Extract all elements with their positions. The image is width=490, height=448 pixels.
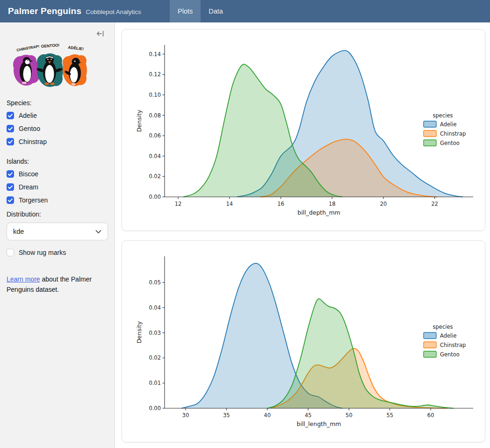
- species-label: Gentoo: [19, 125, 40, 132]
- y-tick-label: 0.04: [149, 153, 161, 159]
- legend-label-chinstrap: Chinstrap: [440, 342, 466, 348]
- chinstrap-art-label: CHINSTRAP!: [16, 44, 40, 52]
- sidebar-footer-text: Learn more about the Palmer Penguins dat…: [7, 274, 107, 295]
- x-tick-label: 12: [175, 201, 182, 207]
- x-tick-label: 35: [223, 412, 230, 419]
- x-tick-label: 60: [427, 412, 434, 419]
- legend-swatch-adelie: [424, 121, 436, 127]
- legend-swatch-adelie: [424, 332, 436, 339]
- legend-label-adelie: Adelie: [440, 121, 457, 128]
- sidebar-collapse-icon[interactable]: [96, 29, 105, 38]
- islands-checkbox-dream[interactable]: [7, 183, 14, 191]
- islands-checkbox-torgersen[interactable]: [7, 196, 14, 204]
- x-tick-label: 16: [277, 201, 284, 207]
- app-subtitle: Cobblepot Analytics: [86, 8, 141, 15]
- species-checkbox-gentoo[interactable]: [7, 125, 14, 132]
- legend-label-chinstrap: Chinstrap: [440, 130, 466, 137]
- bill-length-kde-chart: 303540455055600.000.010.020.030.040.05bi…: [122, 241, 485, 442]
- islands-row-dream[interactable]: Dream: [7, 183, 108, 191]
- y-tick-label: 0.02: [149, 354, 161, 361]
- tab-data[interactable]: Data: [201, 0, 231, 22]
- y-tick-label: 0.04: [149, 304, 161, 311]
- penguin-artwork: CHINSTRAP! GENTOO! ADÉLIE!: [7, 41, 108, 93]
- rug-checkbox-row[interactable]: Show rug marks: [7, 249, 108, 256]
- main-content: 1214161820220.000.020.040.060.080.100.12…: [115, 22, 490, 448]
- chevron-down-icon: [95, 228, 101, 235]
- x-tick-label: 45: [305, 412, 312, 419]
- y-tick-label: 0.00: [149, 194, 161, 200]
- species-checkbox-group: AdelieGentooChinstrap: [7, 112, 108, 145]
- x-tick-label: 22: [431, 201, 438, 207]
- y-tick-label: 0.05: [149, 279, 161, 286]
- legend-swatch-gentoo: [424, 351, 436, 357]
- islands-group-label: Islands:: [7, 158, 108, 165]
- distribution-select-value: kde: [13, 228, 24, 235]
- bill-depth-card: 1214161820220.000.020.040.060.080.100.12…: [122, 29, 485, 231]
- x-tick-label: 30: [182, 412, 189, 419]
- sidebar: CHINSTRAP! GENTOO! ADÉLIE! Species: Adel…: [0, 22, 115, 448]
- y-axis-label: Density: [136, 109, 143, 132]
- species-row-chinstrap[interactable]: Chinstrap: [7, 138, 108, 145]
- islands-checkbox-biscoe[interactable]: [7, 170, 14, 178]
- species-checkbox-adelie[interactable]: [7, 112, 14, 119]
- islands-label: Dream: [19, 183, 38, 191]
- y-axis-label: Density: [136, 321, 143, 343]
- y-tick-label: 0.14: [149, 51, 161, 58]
- y-tick-label: 0.00: [149, 405, 161, 412]
- learn-more-link[interactable]: Learn more: [7, 275, 40, 283]
- x-tick-label: 40: [264, 412, 271, 419]
- y-tick-label: 0.02: [149, 173, 161, 180]
- islands-checkbox-group: BiscoeDreamTorgersen: [7, 170, 108, 204]
- legend-title: species: [433, 324, 453, 330]
- species-row-gentoo[interactable]: Gentoo: [7, 125, 108, 132]
- islands-row-biscoe[interactable]: Biscoe: [7, 170, 108, 178]
- x-tick-label: 20: [380, 201, 387, 207]
- legend-label-adelie: Adelie: [440, 332, 457, 339]
- tab-plots[interactable]: Plots: [170, 0, 201, 22]
- rug-checkbox-label: Show rug marks: [19, 249, 66, 256]
- y-tick-label: 0.10: [149, 92, 161, 98]
- y-tick-label: 0.06: [149, 132, 161, 139]
- legend-swatch-gentoo: [424, 140, 436, 146]
- islands-label: Biscoe: [19, 170, 38, 178]
- bill-depth-kde-chart: 1214161820220.000.020.040.060.080.100.12…: [122, 29, 485, 231]
- islands-label: Torgersen: [19, 196, 48, 204]
- legend-title: species: [433, 112, 453, 119]
- species-row-adelie[interactable]: Adelie: [7, 112, 108, 119]
- adelie-art-label: ADÉLIE!: [68, 45, 84, 51]
- gentoo-art-label: GENTOO!: [41, 43, 59, 49]
- app-title: Palmer Penguins: [8, 6, 81, 16]
- distribution-select[interactable]: kde: [7, 223, 108, 240]
- legend-swatch-chinstrap: [424, 130, 436, 137]
- bill-length-card: 303540455055600.000.010.020.030.040.05bi…: [122, 240, 485, 442]
- y-tick-label: 0.08: [149, 112, 161, 119]
- species-label: Adelie: [19, 112, 37, 119]
- legend-label-gentoo: Gentoo: [440, 351, 460, 358]
- x-tick-label: 50: [346, 412, 353, 419]
- y-tick-label: 0.01: [149, 380, 161, 386]
- species-group-label: Species:: [7, 99, 108, 107]
- x-axis-label: bill_depth_mm: [297, 209, 340, 216]
- species-checkbox-chinstrap[interactable]: [7, 138, 14, 145]
- navbar: Palmer Penguins Cobblepot Analytics Plot…: [0, 0, 490, 22]
- x-tick-label: 55: [386, 412, 393, 419]
- legend-label-gentoo: Gentoo: [440, 140, 460, 146]
- x-tick-label: 14: [226, 201, 233, 207]
- distribution-label: Distribution:: [7, 210, 108, 218]
- nav-tabs: PlotsData: [170, 0, 231, 22]
- x-tick-label: 18: [329, 201, 336, 207]
- y-tick-label: 0.12: [149, 71, 161, 78]
- legend-swatch-chinstrap: [424, 342, 436, 348]
- y-tick-label: 0.03: [149, 330, 161, 336]
- species-label: Chinstrap: [19, 138, 47, 145]
- rug-checkbox[interactable]: [7, 249, 14, 256]
- x-axis-label: bill_length_mm: [296, 420, 341, 427]
- islands-row-torgersen[interactable]: Torgersen: [7, 196, 108, 204]
